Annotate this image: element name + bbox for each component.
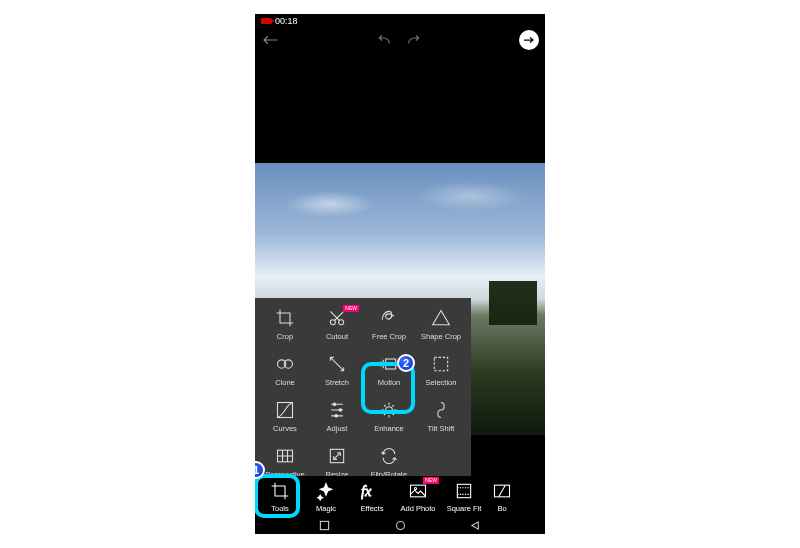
tool-label: Clone [275, 378, 295, 387]
tool-label: Enhance [374, 424, 404, 433]
svg-point-19 [396, 522, 404, 530]
svg-rect-18 [321, 521, 329, 529]
tool-stretch[interactable]: Stretch [311, 348, 363, 392]
bottombar-label: Tools [271, 504, 289, 513]
tool-curves[interactable]: Curves [259, 394, 311, 438]
nav-recent-icon[interactable] [319, 517, 330, 534]
svg-rect-5 [434, 357, 447, 370]
svg-point-8 [339, 409, 342, 412]
tool-label: Curves [273, 424, 297, 433]
tool-label: Crop [277, 332, 293, 341]
new-badge: NEW [423, 477, 439, 484]
tool-clone[interactable]: Clone [259, 348, 311, 392]
svg-text:fx: fx [361, 483, 372, 499]
tool-cutout[interactable]: NEW Cutout [311, 302, 363, 346]
bottombar-border[interactable]: Bo [487, 477, 517, 517]
svg-point-15 [414, 487, 416, 489]
tool-selection[interactable]: Selection [415, 348, 467, 392]
bottombar-tools[interactable]: Tools [257, 477, 303, 517]
back-icon[interactable] [261, 34, 279, 46]
bottombar-label: Add Photo [400, 504, 435, 513]
editor-top-bar [255, 28, 545, 52]
status-bar: 00:18 [255, 14, 545, 28]
svg-point-9 [335, 415, 338, 418]
bottombar-label: Square Fit [447, 504, 482, 513]
active-indicator [267, 475, 291, 477]
bottombar-effects[interactable]: fx Effects [349, 477, 395, 517]
tool-label: Shape Crop [421, 332, 461, 341]
undo-icon[interactable] [376, 34, 392, 46]
bottombar-label: Magic [316, 504, 336, 513]
bottombar-label: Bo [497, 504, 506, 513]
redo-icon[interactable] [406, 34, 422, 46]
bottombar-label: Effects [361, 504, 384, 513]
tool-enhance[interactable]: Enhance [363, 394, 415, 438]
svg-point-10 [386, 407, 393, 414]
tool-label: Selection [426, 378, 457, 387]
bottom-toolbar: Tools Magic fx Effects NEW Add Photo Squ… [255, 476, 545, 518]
next-button[interactable] [519, 30, 539, 50]
tool-label: Cutout [326, 332, 348, 341]
nav-home-icon[interactable] [395, 517, 406, 534]
status-time: 00:18 [275, 16, 298, 26]
undo-redo-group [376, 34, 422, 46]
tool-shapecrop[interactable]: Shape Crop [415, 302, 467, 346]
tool-label: Motion [378, 378, 401, 387]
nav-back-icon[interactable] [470, 517, 481, 534]
tool-crop[interactable]: Crop [259, 302, 311, 346]
phone-frame: 00:18 Crop NEW [255, 14, 545, 534]
record-icon [261, 18, 271, 24]
tool-label: Stretch [325, 378, 349, 387]
new-badge: NEW [343, 305, 359, 312]
tool-freecrop[interactable]: Free Crop [363, 302, 415, 346]
tool-motion[interactable]: Motion [363, 348, 415, 392]
svg-rect-14 [411, 485, 426, 497]
bottombar-magic[interactable]: Magic [303, 477, 349, 517]
bottombar-squarefit[interactable]: Square Fit [441, 477, 487, 517]
svg-rect-4 [386, 359, 396, 369]
svg-rect-16 [457, 484, 470, 497]
tool-label: Free Crop [372, 332, 406, 341]
bottombar-addphoto[interactable]: NEW Add Photo [395, 477, 441, 517]
svg-point-7 [333, 403, 336, 406]
tool-tiltshift[interactable]: Tilt Shift [415, 394, 467, 438]
tools-panel: Crop NEW Cutout Free Crop Shape Crop Clo… [255, 298, 471, 488]
tool-label: Adjust [327, 424, 348, 433]
tool-adjust[interactable]: Adjust [311, 394, 363, 438]
android-nav-bar [255, 518, 545, 534]
tool-label: Tilt Shift [428, 424, 455, 433]
